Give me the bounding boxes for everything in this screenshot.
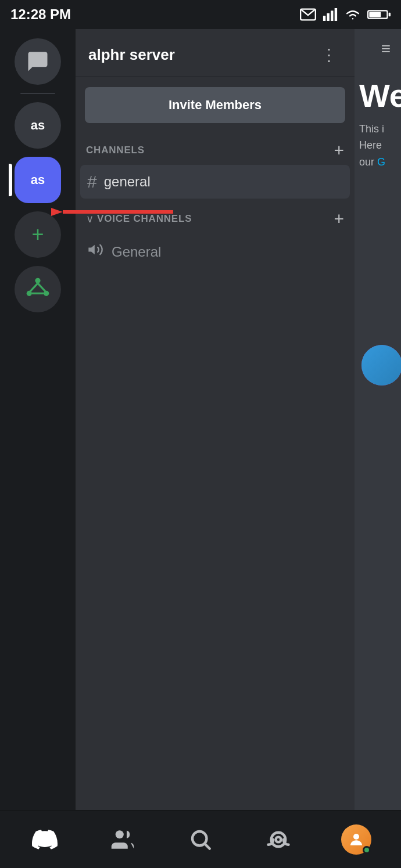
- bottom-nav: [0, 810, 401, 868]
- add-server-button[interactable]: +: [15, 211, 61, 258]
- nav-mentions-button[interactable]: [239, 811, 317, 868]
- welcome-body: This i Here our G: [359, 121, 396, 171]
- wifi-icon: [344, 8, 361, 21]
- svg-rect-1: [323, 16, 325, 21]
- svg-rect-4: [335, 8, 337, 21]
- svg-marker-16: [88, 245, 95, 254]
- profile-avatar: [341, 824, 371, 855]
- server-divider: [20, 93, 55, 94]
- chat-icon: [25, 49, 51, 74]
- channel-panel: alphr server ⋮ Invite Members CHANNELS +…: [76, 29, 355, 810]
- battery-icon: [367, 8, 391, 21]
- search-icon: [188, 827, 213, 852]
- server-name: alphr server: [88, 46, 175, 64]
- nav-friends-button[interactable]: [84, 811, 162, 868]
- hamburger-icon[interactable]: ≡: [381, 39, 391, 58]
- svg-rect-3: [331, 10, 333, 21]
- svg-point-8: [35, 278, 40, 283]
- nav-search-button[interactable]: [162, 811, 239, 868]
- server-icon-2-active[interactable]: as: [15, 157, 61, 203]
- more-options-button[interactable]: ⋮: [316, 43, 342, 67]
- svg-point-22: [353, 834, 359, 840]
- mentions-icon: [266, 827, 291, 852]
- status-bar: 12:28 PM: [0, 0, 401, 29]
- svg-line-11: [30, 283, 38, 291]
- svg-point-21: [276, 837, 281, 842]
- online-indicator: [363, 846, 371, 854]
- status-time: 12:28 PM: [10, 6, 71, 23]
- channel-general-name: general: [104, 174, 151, 190]
- plus-icon: +: [31, 222, 44, 247]
- welcome-heading: We: [359, 78, 396, 114]
- dm-home-button[interactable]: [15, 38, 61, 85]
- voice-channel-general[interactable]: General: [80, 233, 350, 270]
- server-icon-1[interactable]: as: [15, 102, 61, 149]
- svg-rect-7: [389, 13, 391, 17]
- right-panel-content: We This i Here our G: [355, 69, 401, 354]
- nav-home-button[interactable]: [6, 811, 84, 868]
- nav-profile-button[interactable]: [317, 811, 395, 868]
- add-text-channel-button[interactable]: +: [334, 142, 344, 159]
- discover-icon: [25, 276, 51, 302]
- add-voice-channel-button[interactable]: +: [334, 210, 344, 228]
- svg-point-17: [116, 830, 124, 838]
- signal-icon: [322, 8, 338, 21]
- invite-members-button[interactable]: Invite Members: [85, 87, 345, 123]
- voice-channel-general-name: General: [112, 244, 161, 260]
- svg-line-12: [38, 283, 45, 291]
- right-panel-header: ≡: [355, 29, 401, 69]
- server-icon-2-label: as: [31, 172, 45, 188]
- server-icon-1-label: as: [31, 118, 45, 133]
- server-sidebar: as as +: [0, 29, 76, 810]
- friends-icon: [110, 827, 135, 852]
- main-layout: as as +: [0, 29, 401, 810]
- right-panel: ≡ We This i Here our G: [355, 29, 401, 810]
- avatar-2: [361, 345, 401, 386]
- voice-channels-section: ∨ VOICE CHANNELS +: [76, 200, 355, 232]
- svg-rect-6: [369, 12, 381, 17]
- speaker-icon: [87, 242, 103, 262]
- text-channels-title: CHANNELS: [86, 145, 145, 156]
- avatar-person-icon: [348, 831, 365, 848]
- discord-logo-icon: [32, 827, 58, 852]
- svg-rect-2: [327, 13, 330, 21]
- chevron-down-icon: ∨: [86, 213, 94, 225]
- email-icon: [300, 8, 316, 21]
- voice-section-title-wrap: ∨ VOICE CHANNELS: [86, 213, 192, 225]
- svg-line-19: [205, 844, 210, 849]
- text-channels-section: CHANNELS +: [76, 134, 355, 164]
- status-icons: [300, 8, 391, 21]
- hash-icon: #: [87, 173, 97, 190]
- text-channel-general[interactable]: # general: [80, 165, 350, 199]
- channel-header: alphr server ⋮: [76, 29, 355, 77]
- discover-button[interactable]: [15, 266, 61, 312]
- voice-channels-title: VOICE CHANNELS: [97, 213, 192, 225]
